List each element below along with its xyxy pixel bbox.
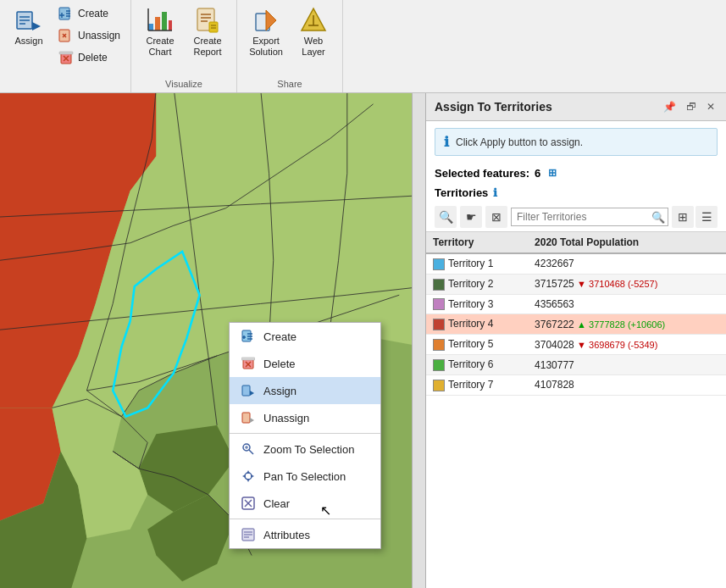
svg-marker-5: [32, 22, 41, 31]
selected-features-row: Selected features: 6 ⊞: [426, 163, 726, 183]
svg-rect-49: [242, 413, 250, 423]
svg-rect-18: [59, 52, 73, 54]
territory-pop-change: ▼ 3710468 (-5257): [577, 279, 657, 289]
selected-features-label: Selected features:: [435, 167, 529, 180]
col-population-header: 2020 Total Population: [528, 232, 726, 253]
table-row[interactable]: Territory 14232667: [426, 253, 726, 274]
delete-ribbon-button[interactable]: Delete: [54, 47, 124, 68]
table-row[interactable]: Territory 23715725 ▼ 3710468 (-5257): [426, 274, 726, 294]
menu-button[interactable]: ☰: [696, 206, 718, 228]
unassign-ctx-icon: [240, 409, 257, 426]
territory-name: Territory 6: [448, 358, 493, 370]
context-menu: Create Delete: [229, 322, 381, 549]
svg-rect-47: [242, 386, 250, 396]
territory-name: Territory 1: [448, 258, 493, 269]
create-ribbon-button[interactable]: Create: [54, 3, 124, 24]
report-icon: [194, 7, 221, 34]
search-toolbar-button[interactable]: 🔍: [435, 206, 457, 228]
share-label: Share: [277, 75, 302, 89]
territory-color-swatch: [433, 380, 445, 391]
svg-rect-21: [162, 12, 167, 31]
ctx-unassign-item[interactable]: Unassign: [230, 404, 380, 431]
delete-ribbon-icon: [58, 49, 75, 66]
ctx-separator-1: [230, 433, 380, 434]
territory-name: Territory 5: [448, 338, 493, 350]
info-icon: ℹ: [444, 134, 449, 150]
svg-marker-59: [251, 474, 254, 478]
territories-info-icon: ℹ: [493, 186, 497, 199]
table-row[interactable]: Territory 74107828: [426, 374, 726, 395]
territory-table[interactable]: Territory 2020 Total Population Territor…: [426, 231, 726, 588]
svg-point-55: [245, 473, 252, 480]
ctx-delete-item[interactable]: Delete: [230, 350, 380, 377]
attributes-ctx-icon: [240, 526, 257, 543]
unassign-ribbon-button[interactable]: Unassign: [54, 25, 124, 46]
table-row[interactable]: Territory 43767222 ▲ 3777828 (+10606): [426, 314, 726, 335]
panel-restore-button[interactable]: 🗗: [684, 100, 699, 114]
ctx-pan-item[interactable]: Pan To Selection: [230, 463, 380, 490]
map-container[interactable]: Create Delete: [0, 93, 425, 588]
svg-rect-46: [241, 358, 255, 360]
clear-toolbar-button[interactable]: ⊠: [485, 206, 507, 228]
territory-population-cell: 4130777: [528, 355, 726, 375]
ctx-attributes-item[interactable]: Attributes: [230, 521, 380, 548]
svg-rect-19: [148, 24, 153, 31]
table-row[interactable]: Territory 34356563: [426, 294, 726, 314]
svg-rect-20: [155, 17, 160, 31]
assign-small-buttons: Create Unassign: [54, 3, 124, 68]
svg-marker-58: [242, 474, 246, 478]
territory-color-swatch: [433, 279, 445, 291]
svg-marker-56: [247, 470, 250, 474]
territory-name-cell: Territory 3: [426, 294, 528, 314]
create-report-button[interactable]: Create Report: [186, 3, 230, 61]
territory-name-cell: Territory 1: [426, 253, 528, 274]
map-scrollbar[interactable]: [412, 93, 425, 588]
filter-toolbar: 🔍 ☛ ⊠ 🔍 ⊞ ☰: [426, 202, 726, 231]
territory-name-cell: Territory 7: [426, 374, 528, 395]
panel-pin-button[interactable]: 📌: [661, 100, 679, 114]
territory-name: Territory 7: [448, 379, 493, 391]
territory-population-cell: 4356563: [528, 294, 726, 314]
territory-pop-base: 3767222: [535, 319, 574, 330]
visualize-ribbon-group: Create Chart Create Report Visu: [131, 0, 237, 92]
panel-title: Assign To Territories: [435, 100, 552, 114]
web-layer-button[interactable]: Web Layer: [291, 3, 335, 61]
panel-close-button[interactable]: ✕: [704, 100, 718, 114]
territory-name-cell: Territory 2: [426, 274, 528, 294]
ctx-zoom-item[interactable]: Zoom To Selection: [230, 435, 380, 463]
pan-ctx-icon: [240, 468, 257, 485]
zoom-ctx-icon: [240, 441, 257, 458]
visualize-buttons-row: Create Chart Create Report: [138, 3, 230, 75]
assign-ribbon-group: Assign Create: [0, 0, 131, 92]
create-ribbon-icon: [58, 5, 75, 22]
ctx-clear-item[interactable]: Clear: [230, 490, 380, 517]
ctx-assign-item[interactable]: Assign: [230, 377, 380, 404]
ctx-create-item[interactable]: Create: [230, 323, 380, 350]
ctx-separator-2: [230, 519, 380, 519]
select-toolbar-button[interactable]: ☛: [460, 206, 482, 228]
territory-color-swatch: [433, 339, 445, 351]
col-territory-header: Territory: [426, 232, 528, 253]
table-row[interactable]: Territory 53704028 ▼ 3698679 (-5349): [426, 335, 726, 355]
filter-options-button[interactable]: ⊞: [672, 206, 694, 228]
svg-marker-33: [266, 10, 276, 31]
table-row[interactable]: Territory 64130777: [426, 355, 726, 375]
territory-population-cell: 4232667: [528, 253, 726, 274]
panel-header: Assign To Territories 📌 🗗 ✕: [426, 93, 726, 121]
territory-pop-change: ▼ 3698679 (-5349): [577, 340, 657, 350]
info-bar: ℹ Click Apply button to assign.: [435, 128, 718, 156]
filter-input[interactable]: [511, 208, 668, 226]
export-icon: [252, 7, 280, 34]
territory-color-swatch: [433, 319, 445, 330]
territory-population-cell: 3767222 ▲ 3777828 (+10606): [528, 314, 726, 335]
right-panel: Assign To Territories 📌 🗗 ✕ ℹ Click Appl…: [425, 93, 726, 588]
territory-population-cell: 3704028 ▼ 3698679 (-5349): [528, 335, 726, 355]
grid-view-icon[interactable]: ⊞: [546, 166, 559, 180]
create-chart-button[interactable]: Create Chart: [138, 3, 182, 61]
assign-button[interactable]: Assign: [7, 3, 51, 50]
web-layer-icon: [300, 7, 327, 34]
info-message: Click Apply button to assign.: [456, 136, 583, 148]
export-solution-button[interactable]: Export Solution: [244, 3, 288, 61]
territory-pop-base: 3704028: [535, 339, 574, 351]
unassign-ribbon-icon: [58, 27, 75, 44]
